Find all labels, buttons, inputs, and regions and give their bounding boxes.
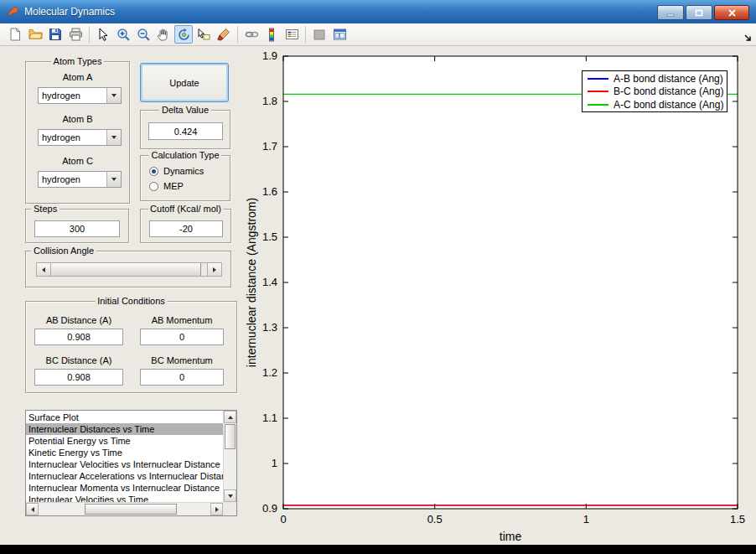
hide-plot-tools-icon [313, 28, 326, 41]
list-item[interactable]: Internulear Velocities vs Time [26, 494, 223, 502]
collision-angle-slider[interactable] [36, 262, 222, 277]
screen-edge [0, 545, 756, 554]
steps-field[interactable] [34, 220, 120, 237]
save-figure-button[interactable] [46, 25, 65, 44]
atom-c-dropdown[interactable]: hydrogen [38, 171, 122, 188]
open-file-button[interactable] [26, 25, 44, 44]
legend-icon [285, 28, 299, 41]
zoom-in-button[interactable] [114, 25, 132, 44]
chevron-down-icon[interactable] [106, 130, 121, 145]
svg-text:1.6: 1.6 [262, 185, 277, 198]
delta-value-panel: Delta Value [140, 110, 230, 149]
bc-distance-field[interactable] [34, 369, 123, 386]
calculation-type-panel: Calculation Type Dynamics MEP [140, 155, 230, 201]
collision-angle-panel: Collision Angle [25, 251, 231, 287]
hide-plot-tools-button[interactable] [310, 25, 329, 44]
main-content: Atom Types Atom A hydrogen Atom B hydrog… [0, 46, 756, 545]
scroll-up-icon[interactable] [224, 411, 236, 423]
radio-dynamics[interactable] [149, 167, 158, 176]
cutoff-title: Cutoff (Kcal/ mol) [148, 204, 224, 214]
horizontal-scrollbar[interactable] [26, 502, 223, 515]
dock-figure-icon [333, 28, 347, 41]
brush-icon [217, 28, 230, 41]
list-item[interactable]: Internuclear Velocities vs Internuclear … [26, 458, 223, 470]
delta-value-field[interactable] [148, 122, 223, 140]
new-figure-button[interactable] [6, 25, 24, 44]
pan-button[interactable] [154, 25, 173, 44]
bc-momentum-label: BC Momentum [140, 355, 224, 365]
svg-text:1.1: 1.1 [262, 412, 277, 424]
plot-type-listbox[interactable]: Surface Plot Internuclear Distances vs T… [25, 410, 237, 516]
rotate-3d-icon [177, 28, 191, 42]
minimize-button[interactable] [657, 5, 684, 20]
window-controls [657, 5, 749, 20]
edit-plot-button[interactable] [94, 25, 112, 44]
collision-angle-title: Collision Angle [31, 246, 96, 256]
atom-b-dropdown[interactable]: hydrogen [38, 129, 122, 146]
slider-right-arrow[interactable] [207, 263, 221, 276]
cutoff-field[interactable] [149, 220, 223, 237]
vertical-scroll-thumb[interactable] [225, 424, 236, 449]
insert-colorbar-button[interactable] [262, 25, 281, 44]
horizontal-scroll-thumb[interactable] [85, 504, 177, 515]
link-plot-button[interactable] [242, 25, 261, 44]
show-plot-tools-dock-button[interactable] [330, 25, 349, 44]
titlebar[interactable]: Molecular Dynamics [0, 0, 756, 23]
list-item[interactable]: Internuclear Distances vs Time [26, 423, 223, 435]
list-item[interactable]: Internuclear Accelerations vs Internucle… [26, 470, 223, 482]
steps-panel: Steps [25, 209, 129, 243]
atom-a-dropdown[interactable]: hydrogen [38, 87, 122, 104]
delta-value-title: Delta Value [159, 105, 211, 115]
rotate-3d-button[interactable] [174, 25, 193, 44]
slider-track[interactable] [201, 263, 207, 276]
chevron-down-icon[interactable] [106, 88, 121, 103]
slider-thumb[interactable] [51, 263, 201, 276]
legend-row: A-C bond distance (Ang) [583, 99, 727, 111]
chevron-down-icon[interactable] [106, 172, 121, 187]
insert-legend-button[interactable] [282, 25, 301, 44]
printer-icon [69, 28, 83, 41]
legend-label: B-C bond distance (Ang) [614, 85, 723, 97]
bc-momentum-field[interactable] [140, 369, 224, 386]
app-window: Molecular Dynamics [0, 0, 756, 545]
svg-text:internuclear distance (Angstro: internuclear distance (Angstrom) [245, 198, 258, 367]
scroll-down-icon[interactable] [224, 489, 236, 502]
ab-distance-field[interactable] [34, 329, 123, 345]
print-figure-button[interactable] [66, 25, 85, 44]
list-item[interactable]: Internuclear Momenta vs Internuclear Dis… [26, 482, 223, 494]
maximize-button[interactable] [686, 5, 712, 20]
radio-mep-label: MEP [163, 181, 184, 191]
radio-dynamics-label: Dynamics [163, 166, 204, 176]
atom-a-label: Atom A [26, 72, 129, 82]
svg-text:1.2: 1.2 [262, 366, 277, 379]
scroll-right-icon[interactable] [210, 503, 223, 515]
close-button[interactable] [714, 5, 749, 20]
new-figure-icon [8, 28, 22, 41]
slider-left-arrow[interactable] [37, 263, 51, 276]
link-chain-icon [245, 28, 259, 41]
brush-data-button[interactable] [215, 25, 233, 44]
initial-conditions-panel: Initial Conditions AB Distance (A) AB Mo… [25, 301, 237, 393]
list-item[interactable]: Surface Plot [26, 412, 223, 423]
radio-mep[interactable] [149, 182, 158, 191]
scrollbar-corner [223, 502, 236, 515]
maximize-icon [695, 9, 703, 17]
legend-line-sample [588, 104, 608, 106]
list-item[interactable]: Kinetic Energy vs Time [26, 447, 223, 458]
vertical-scrollbar[interactable] [223, 411, 236, 502]
toolbar-overflow-icon[interactable] [743, 30, 752, 45]
plot-type-list: Surface Plot Internuclear Distances vs T… [26, 412, 223, 502]
ab-momentum-label: AB Momentum [140, 315, 224, 325]
scroll-left-icon[interactable] [26, 503, 39, 515]
calculation-type-title: Calculation Type [148, 150, 221, 160]
zoom-out-button[interactable] [134, 25, 153, 44]
cursor-arrow-icon [97, 28, 109, 41]
ab-momentum-field[interactable] [140, 329, 224, 345]
legend-row: B-C bond distance (Ang) [583, 85, 727, 97]
list-item[interactable]: Potential Energy vs Time [26, 435, 223, 447]
atom-types-panel: Atom Types Atom A hydrogen Atom B hydrog… [25, 61, 130, 204]
plot-canvas: 00.511.50.911.11.21.31.41.51.61.71.81.9t… [243, 49, 751, 545]
atom-b-label: Atom B [26, 114, 129, 124]
data-cursor-button[interactable] [194, 25, 213, 44]
update-button[interactable]: Update [140, 63, 229, 102]
